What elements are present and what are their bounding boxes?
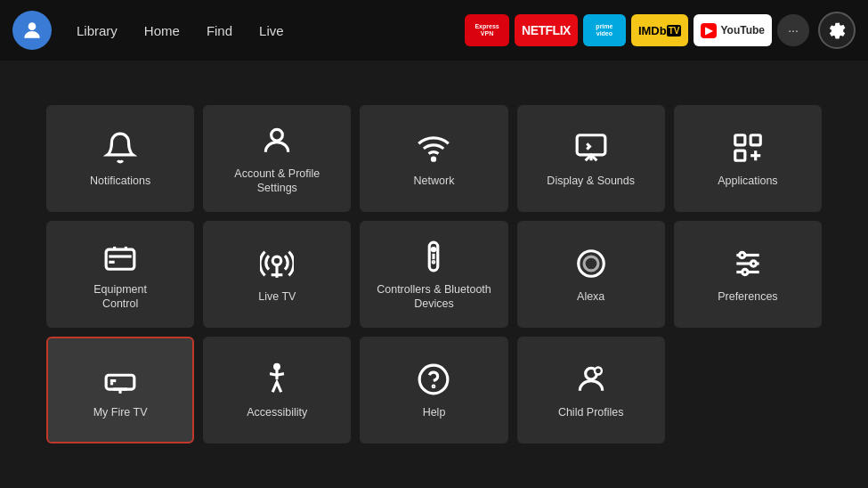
tile-child-profiles-label: Child Profiles (558, 405, 624, 419)
svg-point-0 (28, 22, 37, 30)
settings-gear-button[interactable] (818, 12, 856, 49)
tile-network[interactable]: Network (360, 105, 507, 212)
app-icons: ExpressVPN NETFLIX primevideo IMDb TV ▶ … (465, 12, 856, 49)
app-imdb[interactable]: IMDb TV (631, 14, 689, 46)
tile-accessibility[interactable]: Accessibility (203, 337, 351, 443)
tile-applications[interactable]: Applications (674, 105, 822, 212)
tile-network-label: Network (414, 174, 455, 188)
person-icon (260, 124, 294, 158)
tile-live-tv[interactable]: Live TV (203, 221, 351, 328)
tile-display-label: Display & Sounds (547, 174, 635, 188)
svg-rect-26 (106, 375, 134, 389)
nav-live[interactable]: Live (247, 16, 296, 45)
tile-equipment-control[interactable]: Equipment Control (46, 221, 194, 328)
tile-alexa-label: Alexa (577, 289, 604, 304)
tile-child-profiles[interactable]: Child Profiles (517, 337, 665, 443)
tile-notifications-label: Notifications (90, 174, 150, 188)
app-youtube[interactable]: ▶ YouTube (694, 14, 772, 46)
tile-preferences[interactable]: Preferences (674, 221, 822, 328)
svg-point-13 (273, 256, 282, 265)
accessibility-icon (260, 362, 294, 396)
svg-point-2 (433, 158, 435, 160)
tile-controllers-label: Controllers & Bluetooth Devices (377, 282, 491, 312)
app-expressvpn[interactable]: ExpressVPN (465, 14, 509, 46)
display-icon (574, 131, 608, 165)
svg-point-17 (434, 261, 435, 263)
apps-icon (731, 131, 765, 165)
tile-my-fire-tv[interactable]: My Fire TV (46, 337, 194, 443)
svg-rect-3 (577, 135, 605, 155)
remote-icon (417, 240, 450, 273)
nav-library[interactable]: Library (64, 16, 130, 45)
svg-rect-6 (750, 135, 760, 145)
topbar: Library Home Find Live ExpressVPN NETFLI… (0, 0, 868, 61)
tv-icon (103, 240, 137, 273)
help-icon (417, 362, 450, 396)
nav-home[interactable]: Home (132, 16, 192, 45)
tile-applications-label: Applications (718, 174, 777, 188)
app-netflix[interactable]: NETFLIX (515, 14, 578, 46)
tile-help[interactable]: Help (360, 337, 507, 443)
tile-my-fire-tv-label: My Fire TV (93, 405, 148, 419)
svg-point-1 (272, 129, 283, 141)
more-apps-button[interactable]: ··· (777, 14, 809, 46)
tile-alexa[interactable]: Alexa (517, 221, 665, 328)
svg-rect-10 (106, 249, 134, 269)
settings-grid: Notifications Account & Profile Settings (46, 105, 822, 443)
main-content: Notifications Account & Profile Settings (0, 61, 868, 488)
svg-point-19 (584, 256, 598, 271)
tile-live-tv-label: Live TV (258, 289, 296, 304)
avatar[interactable] (12, 11, 52, 50)
tile-display-sounds[interactable]: Display & Sounds (517, 105, 665, 212)
sliders-icon (731, 247, 765, 281)
tile-accessibility-label: Accessibility (247, 405, 307, 419)
antenna-icon (260, 247, 294, 281)
svg-point-25 (742, 269, 748, 274)
svg-point-15 (433, 248, 435, 250)
tile-account-profile[interactable]: Account & Profile Settings (203, 105, 351, 212)
tile-equipment-label: Equipment Control (93, 282, 147, 312)
svg-rect-7 (735, 150, 745, 160)
child-icon (574, 362, 608, 396)
tile-account-label: Account & Profile Settings (234, 167, 320, 196)
tile-preferences-label: Preferences (718, 289, 777, 304)
svg-point-31 (275, 364, 280, 369)
bell-icon (103, 131, 137, 165)
nav-links: Library Home Find Live (64, 16, 296, 45)
svg-rect-5 (735, 135, 745, 145)
svg-point-33 (434, 386, 435, 387)
svg-point-23 (739, 252, 744, 257)
alexa-icon (574, 247, 608, 281)
app-prime-video[interactable]: primevideo (583, 14, 626, 46)
svg-point-35 (595, 367, 602, 374)
svg-point-24 (750, 261, 756, 266)
tile-notifications[interactable]: Notifications (46, 105, 194, 212)
svg-point-18 (578, 251, 604, 277)
firetv-icon (103, 362, 137, 396)
wifi-icon (417, 131, 450, 165)
tile-help-label: Help (423, 405, 446, 419)
tile-controllers-bluetooth[interactable]: Controllers & Bluetooth Devices (360, 221, 507, 328)
nav-find[interactable]: Find (194, 16, 245, 45)
